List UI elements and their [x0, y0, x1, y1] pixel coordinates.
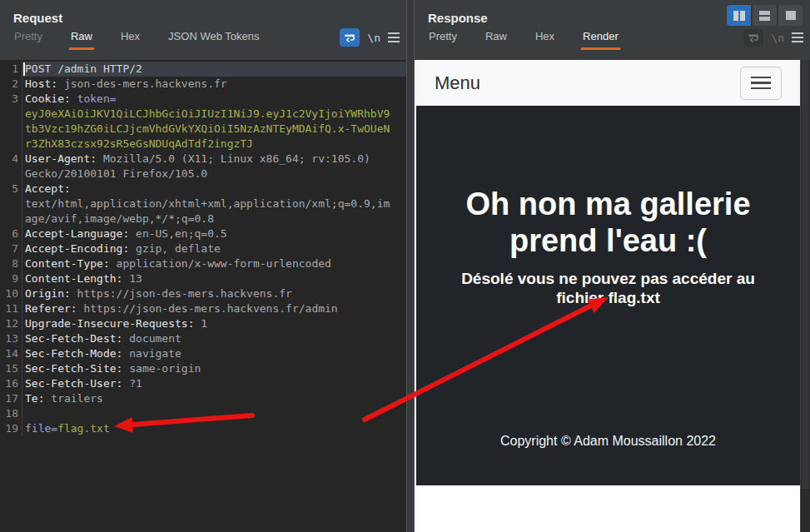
line-content: Accept-Encoding: gzip, deflate [22, 241, 406, 256]
request-line: tb3Vzc19hZG0iLCJjcmVhdGVkYXQiOiI5NzAzNTE… [0, 122, 406, 137]
request-raw-editor[interactable]: 1POST /admin HTTP/22Host: json-des-mers.… [0, 60, 406, 532]
line-number: 10 [0, 286, 22, 301]
tab-pretty[interactable]: Pretty [12, 27, 44, 50]
tab-json-web-tokens[interactable]: JSON Web Tokens [166, 27, 261, 50]
panel-splitter[interactable] [406, 0, 415, 532]
line-content: age/avif,image/webp,*/*;q=0.8 [22, 211, 406, 226]
tab-hex[interactable]: Hex [534, 27, 556, 50]
soft-wrap-icon[interactable] [743, 28, 763, 47]
line-content: Upgrade-Insecure-Requests: 1 [22, 316, 406, 331]
request-title: Request [0, 0, 406, 25]
hero-title: Oh non ma gallerie prend l'eau :( [465, 186, 750, 259]
navbar-brand[interactable]: Menu [435, 72, 480, 94]
tab-pretty[interactable]: Pretty [427, 27, 459, 50]
request-line: 7Accept-Encoding: gzip, deflate [0, 241, 406, 256]
rendered-hero-section: Oh non ma gallerie prend l'eau :( Désolé… [416, 106, 800, 485]
request-line: 2Host: json-des-mers.hackvens.fr [0, 77, 406, 92]
line-content: Content-Length: 13 [22, 271, 406, 286]
request-line: 19file=flag.txt [0, 421, 406, 436]
line-number: 17 [0, 391, 22, 406]
line-content: Sec-Fetch-Site: same-origin [22, 361, 406, 376]
split-columns-view-button[interactable] [727, 5, 751, 26]
tab-raw[interactable]: Raw [484, 27, 509, 50]
line-number [0, 107, 22, 122]
split-rows-view-button[interactable] [753, 5, 777, 26]
line-number: 19 [0, 421, 22, 436]
response-render-area: Menu Oh non ma gallerie prend l'eau :( D… [415, 60, 810, 532]
line-number [0, 122, 22, 137]
line-content: Sec-Fetch-Dest: document [22, 331, 406, 346]
response-tabs: PrettyRawHexRender [427, 27, 743, 50]
repeater-view: Request PrettyRawHexJSON Web Tokens \n [0, 0, 810, 532]
line-number: 7 [0, 241, 22, 256]
text-caret [23, 62, 25, 76]
request-line: 15Sec-Fetch-Site: same-origin [0, 361, 406, 376]
line-number: 16 [0, 376, 22, 391]
line-content: POST /admin HTTP/2 [22, 62, 406, 77]
line-number: 9 [0, 271, 22, 286]
line-content: Accept: [22, 181, 406, 196]
tab-render[interactable]: Render [581, 27, 620, 50]
hero-subtitle: Désolé vous ne pouvez pas accéder au fic… [461, 269, 755, 307]
request-line: 12Upgrade-Insecure-Requests: 1 [0, 316, 406, 331]
request-line: 11Referer: https://json-des-mers.hackven… [0, 301, 406, 316]
line-number: 12 [0, 316, 22, 331]
line-number: 11 [0, 301, 22, 316]
request-line: eyJ0eXAiOiJKV1QiLCJhbGciOiJIUzI1NiJ9.eyJ… [0, 107, 406, 122]
line-content: Content-Type: application/x-www-form-url… [22, 256, 406, 271]
request-line: 3Cookie: token= [0, 92, 406, 107]
soft-wrap-icon[interactable] [340, 28, 360, 47]
response-tabbar: PrettyRawHexRender \n [415, 25, 810, 50]
request-line: 14Sec-Fetch-Mode: navigate [0, 346, 406, 361]
single-pane-view-button[interactable] [778, 5, 803, 26]
line-number: 1 [0, 62, 22, 77]
hamburger-menu-icon[interactable] [388, 32, 400, 42]
scrollbar-thumb[interactable] [802, 60, 809, 489]
line-number: 4 [0, 152, 22, 167]
request-line: 8Content-Type: application/x-www-form-ur… [0, 256, 406, 271]
line-content: Cookie: token= [22, 92, 406, 107]
line-number: 8 [0, 256, 22, 271]
line-content [22, 406, 406, 421]
line-content: file=flag.txt [22, 421, 406, 436]
request-line: 10Origin: https://json-des-mers.hackvens… [0, 286, 406, 301]
newline-toggle-icon[interactable]: \n [367, 32, 380, 44]
render-scrollbar[interactable] [800, 60, 810, 532]
request-line: 4User-Agent: Mozilla/5.0 (X11; Linux x86… [0, 152, 406, 167]
line-content: tb3Vzc19hZG0iLCJjcmVhdGVkYXQiOiI5NzAzNTE… [22, 122, 406, 137]
rendered-navbar: Menu [416, 60, 800, 106]
hamburger-menu-icon[interactable] [792, 32, 803, 42]
request-line: 18 [0, 406, 406, 421]
line-number: 18 [0, 406, 22, 421]
request-header: Request PrettyRawHexJSON Web Tokens \n [0, 0, 406, 60]
request-line: text/html,application/xhtml+xml,applicat… [0, 196, 406, 211]
line-number [0, 196, 22, 211]
line-number: 2 [0, 77, 22, 92]
line-content: User-Agent: Mozilla/5.0 (X11; Linux x86_… [22, 152, 406, 167]
line-number: 3 [0, 92, 22, 107]
rendered-footer-space [416, 485, 800, 532]
request-line: 13Sec-Fetch-Dest: document [0, 331, 406, 346]
request-line: 1POST /admin HTTP/2 [0, 62, 406, 77]
tab-raw[interactable]: Raw [69, 27, 94, 50]
line-number [0, 137, 22, 152]
hamburger-menu-icon [751, 77, 771, 79]
newline-toggle-icon[interactable]: \n [771, 32, 784, 44]
line-content: Referer: https://json-des-mers.hackvens.… [22, 301, 406, 316]
line-number: 14 [0, 346, 22, 361]
copyright-text: Copyright © Adam Moussaillon 2022 [500, 434, 716, 449]
response-header: Response PrettyRawHexRender \n [415, 0, 810, 60]
request-line: Gecko/20100101 Firefox/105.0 [0, 167, 406, 181]
line-number: 5 [0, 181, 22, 196]
tab-hex[interactable]: Hex [119, 27, 142, 50]
line-content: Gecko/20100101 Firefox/105.0 [22, 167, 406, 181]
request-line: 5Accept: [0, 181, 406, 196]
line-number: 13 [0, 331, 22, 346]
request-tabbar: PrettyRawHexJSON Web Tokens \n [0, 25, 406, 50]
navbar-toggler-button[interactable] [740, 67, 782, 100]
line-content: Origin: https://json-des-mers.hackvens.f… [22, 286, 406, 301]
line-content: r3ZhX83czsx92sR5eGsNDUqAdTdf2ingzTJ [22, 137, 406, 152]
line-content: text/html,application/xhtml+xml,applicat… [22, 196, 406, 211]
request-panel: Request PrettyRawHexJSON Web Tokens \n [0, 0, 406, 532]
request-line: age/avif,image/webp,*/*;q=0.8 [0, 211, 406, 226]
